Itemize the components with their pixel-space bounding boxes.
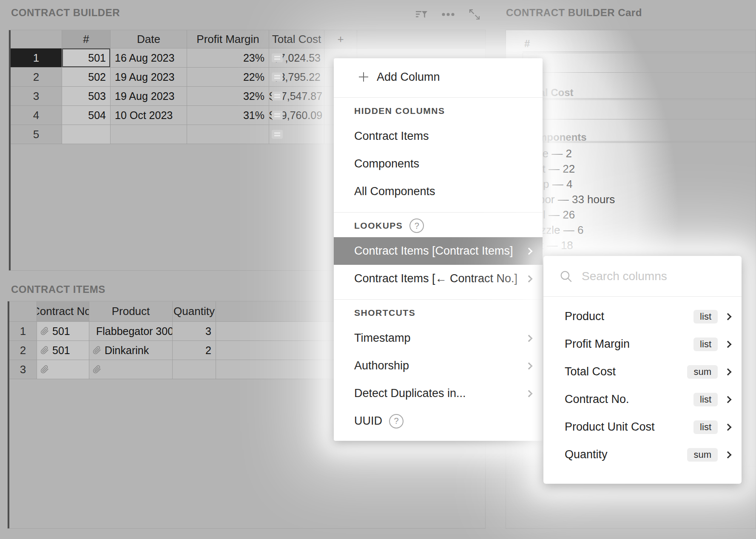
corner-header-cell[interactable] (11, 30, 62, 48)
plus-icon (358, 71, 369, 83)
menu-item-components[interactable]: Components (334, 150, 543, 178)
cell-date[interactable] (111, 125, 187, 144)
cell-product[interactable] (89, 360, 173, 379)
cell-cost[interactable]: $7,024.53 (269, 48, 324, 68)
row-number[interactable]: 4 (11, 106, 62, 125)
cell-cost[interactable] (269, 125, 324, 144)
more-options-icon[interactable] (442, 12, 455, 17)
cell-date[interactable]: 16 Aug 2023 (111, 48, 187, 68)
cell-quantity[interactable] (173, 360, 216, 379)
cell-date[interactable]: 10 Oct 2023 (111, 106, 187, 125)
row-number[interactable]: 5 (11, 125, 62, 144)
expand-widget-icon[interactable] (468, 8, 481, 21)
chevron-right-icon (526, 390, 533, 397)
component-item: Bale — 2 (526, 146, 754, 161)
cell-date[interactable]: 19 Aug 2023 (111, 68, 187, 87)
component-item: Nozzle — 6 (526, 222, 754, 238)
component-item: Labor — 33 hours (526, 192, 754, 207)
submenu-item-product-unit-cost[interactable]: Product Unit Cost list (543, 413, 742, 441)
add-column-item[interactable]: Add Column (334, 63, 543, 91)
chevron-right-icon (725, 368, 732, 375)
column-header-id[interactable]: # (62, 30, 111, 48)
search-row (543, 256, 742, 297)
formula-icon (272, 73, 283, 82)
submenu-item-contract-no[interactable]: Contract No. list (543, 386, 742, 413)
components-list: Bale — 2 Bolt — 22 Chip — 4 Labor — 33 h… (526, 146, 754, 268)
menu-item-detect-duplicates[interactable]: Detect Duplicates in... (334, 380, 543, 407)
corner-header-cell[interactable] (9, 301, 37, 322)
cell-contract-no[interactable]: 501 (37, 322, 89, 341)
row-number[interactable]: 1 (9, 322, 37, 341)
column-header-cost[interactable]: Total Cost (269, 30, 324, 48)
link-icon (93, 346, 101, 355)
shortcuts-header: SHORTCUTS (334, 306, 543, 319)
column-header-margin[interactable]: Profit Margin (187, 30, 269, 48)
cell-product[interactable]: Dinkarink (89, 341, 173, 360)
aggregation-badge: sum (687, 365, 718, 379)
aggregation-badge: list (693, 310, 718, 323)
cell-id[interactable]: 501 (62, 48, 111, 68)
row-number[interactable]: 2 (11, 68, 62, 87)
card-field-id[interactable] (523, 53, 756, 73)
aggregation-badge: list (693, 338, 718, 351)
cell-contract-no[interactable] (37, 360, 89, 379)
menu-item-lookup-contract-no[interactable]: Contract Items [← Contract No.] (334, 265, 543, 292)
cell-id[interactable]: 504 (62, 106, 111, 125)
card-field-label-id: # (524, 38, 530, 50)
column-header-quantity[interactable]: Quantity (173, 301, 216, 322)
card-section-title: CONTRACT BUILDER Card (506, 7, 642, 19)
cell-contract-no[interactable]: 501 (37, 341, 89, 360)
submenu-item-total-cost[interactable]: Total Cost sum (543, 358, 742, 386)
formula-icon (272, 130, 283, 139)
menu-item-all-components[interactable]: All Components (334, 178, 543, 205)
menu-item-timestamp[interactable]: Timestamp (334, 324, 543, 352)
cell-date[interactable]: 19 Aug 2023 (111, 87, 187, 106)
formula-icon (272, 111, 283, 120)
row-number[interactable]: 3 (9, 360, 37, 379)
empty-header-cell (357, 30, 485, 48)
search-columns-input[interactable] (582, 270, 726, 283)
submenu-item-quantity[interactable]: Quantity sum (543, 441, 742, 468)
card-field-total-cost[interactable] (523, 99, 756, 119)
menu-item-authorship[interactable]: Authorship (334, 352, 543, 380)
add-column-header[interactable]: + (324, 30, 357, 48)
cell-margin[interactable]: 31% (187, 106, 269, 125)
link-icon (40, 365, 49, 374)
row-number[interactable]: 1 (11, 48, 62, 68)
link-icon (40, 346, 49, 355)
items-section-title: CONTRACT ITEMS (11, 284, 105, 295)
column-header-contract-no[interactable]: Contract No. (37, 301, 89, 322)
help-icon[interactable]: ? (389, 414, 404, 428)
cell-margin[interactable]: 23% (187, 48, 269, 68)
cell-cost[interactable]: $19,760.09 (269, 106, 324, 125)
cell-quantity[interactable]: 2 (173, 341, 216, 360)
sort-filter-icon[interactable] (415, 8, 428, 21)
column-header-date[interactable]: Date (111, 30, 187, 48)
chevron-right-icon (725, 451, 732, 458)
column-header-product[interactable]: Product (89, 301, 173, 322)
cell-cost[interactable]: $17,547.87 (269, 87, 324, 106)
menu-item-uuid[interactable]: UUID ? (334, 407, 543, 435)
submenu-item-profit-margin[interactable]: Profit Margin list (543, 330, 742, 358)
cell-id[interactable] (62, 125, 111, 144)
row-number[interactable]: 2 (9, 341, 37, 360)
submenu-item-product[interactable]: Product list (543, 303, 742, 330)
link-icon (93, 365, 101, 374)
cell-cost[interactable]: $3,795.22 (269, 68, 324, 87)
menu-item-lookup-contract-items[interactable]: Contract Items [Contract Items] (334, 237, 543, 265)
cell-margin[interactable] (187, 125, 269, 144)
menu-item-contract-items[interactable]: Contract Items (334, 122, 543, 150)
aggregation-badge: list (693, 420, 718, 434)
cell-quantity[interactable]: 3 (173, 322, 216, 341)
menu-divider (334, 299, 543, 300)
component-item: Bolt — 22 (526, 161, 754, 176)
row-number[interactable]: 3 (11, 87, 62, 106)
component-item: Nut — 18 (526, 238, 754, 253)
cell-id[interactable]: 502 (62, 68, 111, 87)
help-icon[interactable]: ? (409, 218, 424, 233)
cell-margin[interactable]: 22% (187, 68, 269, 87)
cell-margin[interactable]: 32% (187, 87, 269, 106)
cell-id[interactable]: 503 (62, 87, 111, 106)
cell-product[interactable]: Flabbegator 3000 (89, 322, 173, 341)
search-icon (559, 269, 573, 284)
